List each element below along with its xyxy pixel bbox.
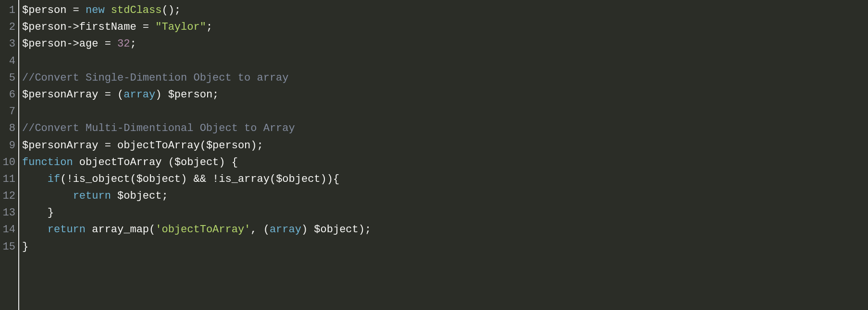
line-number: 6 <box>2 86 15 103</box>
line-number: 15 <box>2 238 15 255</box>
code-token: age <box>79 38 99 50</box>
code-token <box>22 224 48 236</box>
code-token: $person <box>22 21 66 33</box>
code-line[interactable]: $personArray = objectToArray($person); <box>22 137 868 154</box>
code-line[interactable]: } <box>22 238 868 255</box>
line-number: 3 <box>2 36 15 52</box>
code-token <box>22 190 73 202</box>
code-line[interactable]: $personArray = (array) $person; <box>22 86 868 103</box>
code-token: -> <box>66 21 79 33</box>
line-number: 8 <box>2 120 15 137</box>
code-line[interactable]: $person->age = 32; <box>22 36 868 52</box>
code-line[interactable]: return array_map('objectToArray', (array… <box>22 221 868 238</box>
code-line[interactable]: return $object; <box>22 188 868 204</box>
code-token: $personArray <box>22 140 98 152</box>
code-token: ( <box>270 173 276 185</box>
code-token: -> <box>66 38 79 50</box>
code-token: $object <box>136 173 181 185</box>
code-line[interactable] <box>22 53 868 70</box>
line-number: 10 <box>2 154 15 171</box>
code-token: = <box>136 21 156 33</box>
code-token: ) <box>155 89 168 101</box>
code-token: } <box>22 241 28 253</box>
line-number: 7 <box>2 103 15 120</box>
code-line[interactable]: } <box>22 204 868 221</box>
code-line[interactable]: if(!is_object($object) && !is_array($obj… <box>22 171 868 188</box>
code-token: ( <box>200 140 206 152</box>
code-token: "Taylor" <box>155 21 206 33</box>
code-line[interactable]: $person = new stdClass(); <box>22 2 868 19</box>
code-line[interactable]: //Convert Multi-Dimentional Object to Ar… <box>22 120 868 137</box>
code-token: = <box>98 38 117 50</box>
line-number: 9 <box>2 137 15 154</box>
code-token: array_map <box>92 224 149 236</box>
code-token: ; <box>130 38 136 50</box>
code-line[interactable]: $person->firstName = "Taylor"; <box>22 19 868 36</box>
code-token: ) <box>301 224 314 236</box>
line-number: 2 <box>2 19 15 36</box>
code-token: 'objectToArray' <box>155 224 250 236</box>
code-token: $object <box>314 224 358 236</box>
line-number: 4 <box>2 53 15 70</box>
code-token: ) && ! <box>181 173 219 185</box>
line-number: 14 <box>2 221 15 238</box>
code-token: ); <box>359 224 371 236</box>
code-token: return <box>73 190 111 202</box>
line-number: 1 <box>2 2 15 19</box>
code-token: ); <box>250 140 263 152</box>
code-token: ; <box>206 21 212 33</box>
code-token <box>105 4 111 16</box>
code-token: stdClass <box>111 4 162 16</box>
code-token: ( <box>149 224 155 236</box>
code-token: = ( <box>98 89 124 101</box>
code-line[interactable]: //Convert Single-Dimention Object to arr… <box>22 70 868 86</box>
code-line[interactable] <box>22 103 868 120</box>
code-token: objectToArray <box>117 140 200 152</box>
code-token: objectToArray <box>79 156 162 168</box>
code-token: $person <box>168 89 212 101</box>
code-token: )){ <box>321 173 340 185</box>
code-token: } <box>22 207 54 219</box>
code-token: (); <box>161 4 181 16</box>
code-token: new <box>86 4 105 16</box>
code-token: $object <box>117 190 161 202</box>
code-editor-area[interactable]: $person = new stdClass();$person->firstN… <box>19 0 868 310</box>
code-token: 32 <box>117 38 130 50</box>
code-token: $person <box>22 4 66 16</box>
code-token: , ( <box>250 224 270 236</box>
code-token: $object <box>276 173 320 185</box>
code-token: is_object <box>73 173 130 185</box>
code-token: function <box>22 156 73 168</box>
code-token: ) { <box>219 156 238 168</box>
code-token <box>111 190 117 202</box>
code-token: $person <box>22 38 66 50</box>
code-token: = <box>98 140 117 152</box>
code-token: //Convert Single-Dimention Object to arr… <box>22 72 289 84</box>
line-number: 12 <box>2 188 15 204</box>
code-token: $personArray <box>22 89 98 101</box>
code-token: return <box>48 224 86 236</box>
code-token <box>22 173 48 185</box>
code-token: firstName <box>79 21 136 33</box>
line-number: 11 <box>2 171 15 188</box>
line-number: 13 <box>2 204 15 221</box>
line-number: 5 <box>2 70 15 86</box>
code-token: ( <box>130 173 136 185</box>
code-token <box>86 224 92 236</box>
code-line[interactable]: function objectToArray ($object) { <box>22 154 868 171</box>
code-token: $object <box>174 156 219 168</box>
code-token: if <box>48 173 60 185</box>
code-token <box>73 156 79 168</box>
line-number-gutter: 123456789101112131415 <box>0 0 19 310</box>
code-token: ; <box>161 190 168 202</box>
code-token: ( <box>161 156 174 168</box>
code-token: is_array <box>219 173 270 185</box>
code-token: array <box>270 224 301 236</box>
code-token: = <box>66 4 86 16</box>
code-token: ; <box>212 89 219 101</box>
code-token: array <box>124 89 155 101</box>
code-token: //Convert Multi-Dimentional Object to Ar… <box>22 122 295 134</box>
code-token: (! <box>60 173 73 185</box>
code-token: $person <box>206 140 250 152</box>
